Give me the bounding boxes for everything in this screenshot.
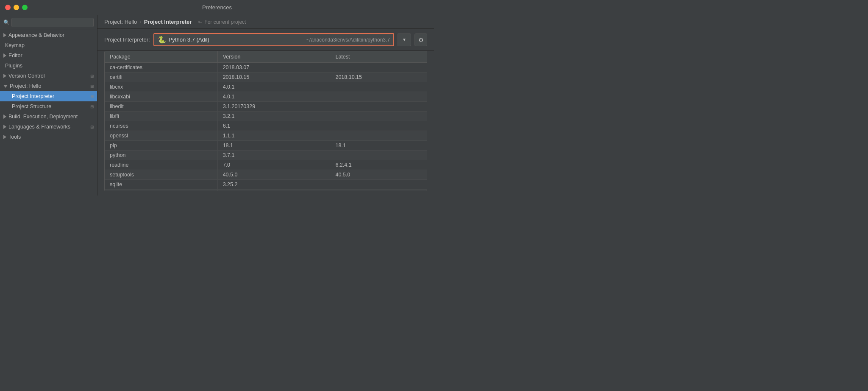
minimize-button[interactable]: [14, 5, 19, 10]
sidebar-item-editor[interactable]: Editor: [0, 50, 97, 61]
cell-latest: [330, 131, 427, 141]
col-version: Version: [217, 51, 330, 63]
sidebar-item-label: Plugins: [5, 63, 22, 69]
sidebar: 🔍 Appearance & Behavior Keymap Editor Pl…: [0, 15, 97, 196]
python-icon: 🐍: [158, 36, 166, 44]
sidebar-item-version-control[interactable]: Version Control ⊞: [0, 71, 97, 81]
window-title: Preferences: [202, 4, 232, 11]
interpreter-row: Project Interpreter: 🐍 Python 3.7 (Adil)…: [97, 29, 434, 51]
for-current-project: 🏷 For current project: [198, 19, 246, 25]
table-row: ncurses6.1: [105, 121, 427, 131]
sidebar-item-label: Languages & Frameworks: [8, 124, 70, 130]
cell-package: libcxx: [105, 82, 217, 92]
titlebar: Preferences: [0, 0, 434, 15]
expand-icon: [3, 74, 6, 78]
cell-package: readline: [105, 160, 217, 170]
sidebar-item-label: Project: Hello: [10, 83, 41, 89]
breadcrumb-parent: Project: Hello: [104, 19, 137, 25]
cell-latest: 6.2.4.1: [330, 160, 427, 170]
table-row: readline7.06.2.4.1: [105, 160, 427, 170]
table-row: sqlite3.25.2: [105, 180, 427, 190]
table-row: pip18.118.1: [105, 141, 427, 151]
sidebar-item-label: Project Structure: [12, 103, 51, 109]
cell-package: sqlite: [105, 180, 217, 190]
cell-package: ncurses: [105, 121, 217, 131]
cell-version: 3.2.1: [217, 112, 330, 121]
cell-latest: [330, 112, 427, 121]
expand-icon: [3, 85, 8, 88]
sidebar-item-appearance-behavior[interactable]: Appearance & Behavior: [0, 30, 97, 40]
cell-latest: [330, 63, 427, 73]
content-area: Project: Hello › Project Interpreter 🏷 F…: [97, 15, 434, 196]
sidebar-item-project-interpreter[interactable]: Project Interpreter ⊞: [0, 91, 97, 101]
search-input[interactable]: [11, 18, 94, 27]
package-table: Package Version Latest ca-certificates20…: [105, 51, 427, 191]
sidebar-item-plugins[interactable]: Plugins: [0, 61, 97, 71]
table-row: openssl1.1.1: [105, 131, 427, 141]
package-table-wrapper: Package Version Latest ca-certificates20…: [104, 51, 427, 191]
table-row: libcxx4.0.1: [105, 82, 427, 92]
expand-icon: [3, 53, 6, 58]
cell-package: libffi: [105, 112, 217, 121]
cell-latest: 2018.10.15: [330, 73, 427, 82]
cell-version: 18.1: [217, 141, 330, 151]
repo-icon: ⊞: [90, 104, 94, 109]
tag-icon: 🏷: [198, 20, 203, 24]
expand-icon: [3, 125, 6, 129]
cell-package: libedit: [105, 102, 217, 112]
expand-icon: [3, 115, 6, 119]
cell-latest: [330, 102, 427, 112]
cell-version: 2018.10.15: [217, 73, 330, 82]
cell-latest: [330, 190, 427, 192]
cell-version: 6.1: [217, 121, 330, 131]
cell-version: 40.5.0: [217, 170, 330, 180]
expand-icon: [3, 33, 6, 37]
cell-latest: [330, 92, 427, 102]
sidebar-item-label: Build, Execution, Deployment: [8, 114, 78, 120]
expand-icon: [3, 135, 6, 139]
cell-version: 8.6.8: [217, 190, 330, 192]
table-row: setuptools40.5.040.5.0: [105, 170, 427, 180]
sidebar-item-label: Version Control: [8, 73, 45, 79]
sidebar-item-label: Tools: [8, 134, 21, 140]
search-bar[interactable]: 🔍: [0, 15, 97, 30]
table-row: certifi2018.10.152018.10.15: [105, 73, 427, 82]
sidebar-item-project-hello[interactable]: Project: Hello ⊞: [0, 81, 97, 91]
col-package: Package: [105, 51, 217, 63]
sidebar-item-label: Project Interpreter: [12, 93, 54, 99]
cell-version: 3.1.20170329: [217, 102, 330, 112]
search-icon: 🔍: [3, 20, 10, 25]
cell-latest: [330, 180, 427, 190]
interpreter-path: ~/anaconda3/envs/Adil/bin/python3.7: [306, 37, 390, 43]
table-row: libcxxabi4.0.1: [105, 92, 427, 102]
sidebar-item-tools[interactable]: Tools: [0, 132, 97, 142]
table-row: libffi3.2.1: [105, 112, 427, 121]
interpreter-settings-button[interactable]: ⚙: [415, 34, 427, 46]
for-current-label: For current project: [204, 19, 246, 25]
cell-version: 3.25.2: [217, 180, 330, 190]
maximize-button[interactable]: [22, 5, 28, 10]
cell-package: libcxxabi: [105, 92, 217, 102]
close-button[interactable]: [5, 5, 11, 10]
col-latest: Latest: [330, 51, 427, 63]
interpreter-select[interactable]: 🐍 Python 3.7 (Adil) ~/anaconda3/envs/Adi…: [153, 33, 394, 46]
table-row: tk8.6.8: [105, 190, 427, 192]
window-controls: [5, 5, 28, 10]
sidebar-item-project-structure[interactable]: Project Structure ⊞: [0, 101, 97, 112]
breadcrumb-separator: ›: [139, 19, 141, 25]
cell-version: 1.1.1: [217, 131, 330, 141]
cell-latest: [330, 151, 427, 160]
sidebar-item-build-execution[interactable]: Build, Execution, Deployment: [0, 112, 97, 122]
cell-package: tk: [105, 190, 217, 192]
cell-version: 4.0.1: [217, 82, 330, 92]
repo-icon: ⊞: [90, 94, 94, 99]
sidebar-item-keymap[interactable]: Keymap: [0, 40, 97, 50]
sidebar-item-languages-frameworks[interactable]: Languages & Frameworks ⊞: [0, 122, 97, 132]
cell-latest: [330, 82, 427, 92]
interpreter-dropdown-button[interactable]: ▼: [398, 34, 411, 46]
table-row: ca-certificates2018.03.07: [105, 63, 427, 73]
table-header-row: Package Version Latest: [105, 51, 427, 63]
cell-latest: 18.1: [330, 141, 427, 151]
repo-icon: ⊞: [90, 84, 94, 89]
cell-package: openssl: [105, 131, 217, 141]
